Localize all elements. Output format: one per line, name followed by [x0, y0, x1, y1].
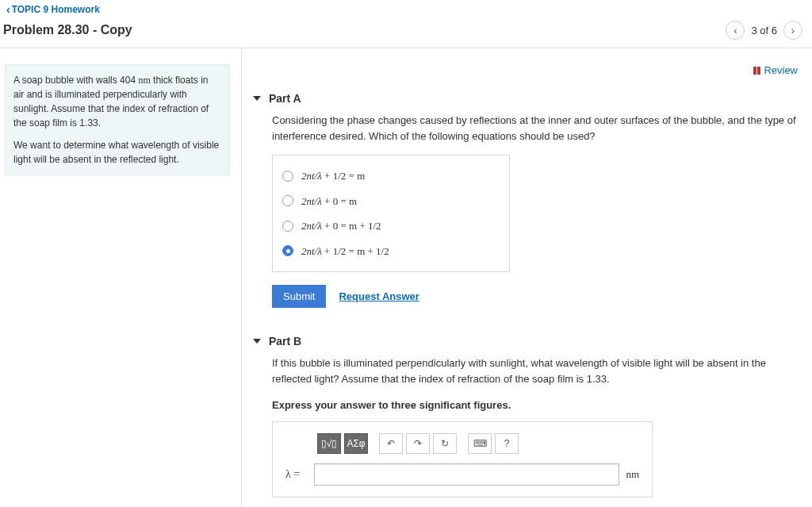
part-b-title: Part B	[269, 335, 301, 348]
reset-button[interactable]: ↻	[433, 433, 457, 454]
part-b: Part B If this bubble is illuminated per…	[253, 330, 801, 497]
part-a-header[interactable]: Part A	[253, 87, 801, 113]
part-b-instruction: Express your answer to three significant…	[272, 398, 801, 413]
help-button[interactable]: ?	[495, 433, 519, 454]
prompt-p1a: A soap bubble with walls 404	[13, 75, 138, 86]
part-b-body: If this bubble is illuminated perpendicu…	[253, 355, 801, 497]
answer-input[interactable]	[314, 463, 619, 486]
part-b-header[interactable]: Part B	[253, 330, 801, 355]
keyboard-button[interactable]: ⌨	[468, 433, 492, 454]
prompt-p2: We want to determine what wavelength of …	[13, 138, 221, 167]
option-0[interactable]: 2nt/λ + 1/2 = m	[282, 163, 500, 189]
variable-label: λ =	[285, 466, 308, 482]
options-box: 2nt/λ + 1/2 = m 2nt/λ + 0 = m 2nt/λ + 0 …	[272, 155, 510, 272]
prompt-unit: nm	[138, 75, 150, 86]
answer-toolbar: ▯√▯ ΑΣφ ↶ ↷ ↻ ⌨ ?	[317, 433, 639, 454]
right-column: Review Part A Considering the phase chan…	[242, 48, 812, 507]
part-a-title: Part A	[269, 92, 301, 105]
review-label: Review	[764, 64, 798, 76]
review-row: Review	[253, 58, 801, 87]
problem-prompt: A soap bubble with walls 404 nm thick fl…	[5, 64, 230, 175]
submit-button-a[interactable]: Submit	[272, 285, 326, 308]
answer-input-row: λ = nm	[285, 463, 639, 486]
review-link[interactable]: Review	[753, 64, 798, 76]
prev-button[interactable]: ‹	[726, 21, 745, 40]
radio-icon	[282, 221, 293, 232]
left-column: A soap bubble with walls 404 nm thick fl…	[0, 48, 242, 507]
problem-title: Problem 28.30 - Copy	[3, 23, 132, 37]
symbols-button[interactable]: ΑΣφ	[344, 433, 368, 454]
radio-icon	[282, 195, 293, 206]
chevron-left-icon: ‹	[6, 3, 10, 16]
main: A soap bubble with walls 404 nm thick fl…	[0, 48, 812, 507]
option-3[interactable]: 2nt/λ + 1/2 = m + 1/2	[282, 239, 500, 264]
redo-button[interactable]: ↷	[406, 433, 430, 454]
flag-icon	[753, 67, 760, 75]
back-link[interactable]: ‹ TOPIC 9 Homework	[0, 0, 106, 19]
part-a: Part A Considering the phase changes cau…	[253, 87, 801, 308]
part-a-body: Considering the phase changes caused by …	[253, 113, 801, 308]
caret-down-icon	[253, 96, 261, 101]
radio-icon	[282, 171, 293, 182]
caret-down-icon	[253, 339, 261, 344]
part-a-question: Considering the phase changes caused by …	[272, 113, 801, 144]
submit-row-a: Submit Request Answer	[272, 285, 801, 308]
template-button[interactable]: ▯√▯	[317, 433, 341, 454]
unit-label: nm	[626, 467, 639, 482]
header-row: Problem 28.30 - Copy ‹ 3 of 6 ›	[0, 19, 812, 48]
undo-button[interactable]: ↶	[379, 433, 403, 454]
request-answer-link-a[interactable]: Request Answer	[339, 289, 419, 305]
back-label: TOPIC 9 Homework	[12, 4, 100, 15]
part-b-question: If this bubble is illuminated perpendicu…	[272, 355, 801, 386]
answer-box: ▯√▯ ΑΣφ ↶ ↷ ↻ ⌨ ? λ = nm	[272, 421, 653, 497]
option-1[interactable]: 2nt/λ + 0 = m	[282, 189, 500, 214]
option-2[interactable]: 2nt/λ + 0 = m + 1/2	[282, 213, 500, 239]
radio-icon-selected	[282, 245, 293, 256]
next-button[interactable]: ›	[783, 21, 802, 40]
page-indicator: 3 of 6	[751, 25, 777, 36]
nav-group: ‹ 3 of 6 ›	[726, 21, 802, 40]
